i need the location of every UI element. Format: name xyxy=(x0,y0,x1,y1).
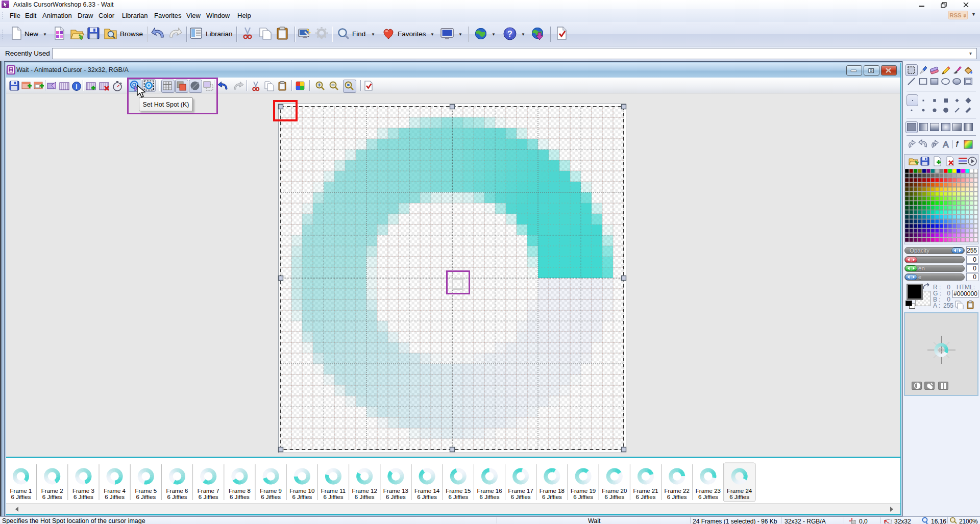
svg-text:Frame 4: Frame 4 xyxy=(104,488,126,494)
svg-text:6 Jiffies: 6 Jiffies xyxy=(74,494,93,500)
svg-text:6 Jiffies: 6 Jiffies xyxy=(199,494,218,500)
svg-text:Frame 3: Frame 3 xyxy=(72,488,94,494)
svg-text:Frame 21: Frame 21 xyxy=(633,488,658,494)
svg-text:6 Jiffies: 6 Jiffies xyxy=(261,494,281,500)
svg-text:Frame 7: Frame 7 xyxy=(198,488,219,494)
svg-text:6 Jiffies: 6 Jiffies xyxy=(292,494,312,500)
svg-text:Frame 18: Frame 18 xyxy=(540,488,565,494)
svg-text:6 Jiffies: 6 Jiffies xyxy=(167,494,187,500)
svg-text:Frame 15: Frame 15 xyxy=(446,488,471,494)
svg-text:Frame 14: Frame 14 xyxy=(414,488,440,494)
svg-text:6 Jiffies: 6 Jiffies xyxy=(105,494,125,500)
svg-text:Frame 12: Frame 12 xyxy=(352,488,377,494)
svg-text:Frame 23: Frame 23 xyxy=(696,488,721,494)
svg-text:A: A xyxy=(943,140,949,149)
svg-text:Frame 17: Frame 17 xyxy=(508,488,533,494)
svg-text:6 Jiffies: 6 Jiffies xyxy=(355,494,375,500)
svg-text:6 Jiffies: 6 Jiffies xyxy=(11,494,31,500)
svg-text:6 Jiffies: 6 Jiffies xyxy=(511,494,531,500)
svg-text:6 Jiffies: 6 Jiffies xyxy=(542,494,562,500)
svg-text:Frame 20: Frame 20 xyxy=(602,488,627,494)
svg-text:Frame 11: Frame 11 xyxy=(321,488,346,494)
svg-text:Frame 19: Frame 19 xyxy=(571,488,596,494)
svg-text:Frame 6: Frame 6 xyxy=(166,488,188,494)
svg-text:f: f xyxy=(955,140,959,148)
svg-text:Frame 16: Frame 16 xyxy=(477,488,502,494)
svg-text:6 Jiffies: 6 Jiffies xyxy=(667,494,687,500)
svg-text:6 Jiffies: 6 Jiffies xyxy=(448,494,468,500)
svg-text:i: i xyxy=(76,83,77,90)
svg-text:6 Jiffies: 6 Jiffies xyxy=(729,494,749,500)
svg-text:6 Jiffies: 6 Jiffies xyxy=(480,494,500,500)
svg-text:6 Jiffies: 6 Jiffies xyxy=(698,494,718,500)
svg-text:Frame 9: Frame 9 xyxy=(260,488,282,494)
svg-text:6 Jiffies: 6 Jiffies xyxy=(136,494,156,500)
svg-text:Frame 2: Frame 2 xyxy=(41,488,63,494)
svg-text:6 Jiffies: 6 Jiffies xyxy=(417,494,437,500)
svg-text:6 Jiffies: 6 Jiffies xyxy=(42,494,62,500)
svg-text:Frame 5: Frame 5 xyxy=(135,488,157,494)
svg-text:6 Jiffies: 6 Jiffies xyxy=(573,494,593,500)
svg-text:Frame 10: Frame 10 xyxy=(289,488,314,494)
svg-text:6 Jiffies: 6 Jiffies xyxy=(324,494,344,500)
svg-text:6 Jiffies: 6 Jiffies xyxy=(230,494,250,500)
svg-text:Frame 8: Frame 8 xyxy=(229,488,251,494)
svg-text:Frame 22: Frame 22 xyxy=(665,488,690,494)
svg-text:?: ? xyxy=(507,30,512,38)
svg-text:6 Jiffies: 6 Jiffies xyxy=(604,494,624,500)
svg-text:6 Jiffies: 6 Jiffies xyxy=(636,494,656,500)
svg-text:Frame 1: Frame 1 xyxy=(10,488,32,494)
svg-text:Frame 13: Frame 13 xyxy=(383,488,408,494)
svg-text:6 Jiffies: 6 Jiffies xyxy=(386,494,406,500)
svg-text:Frame 24: Frame 24 xyxy=(727,488,752,494)
